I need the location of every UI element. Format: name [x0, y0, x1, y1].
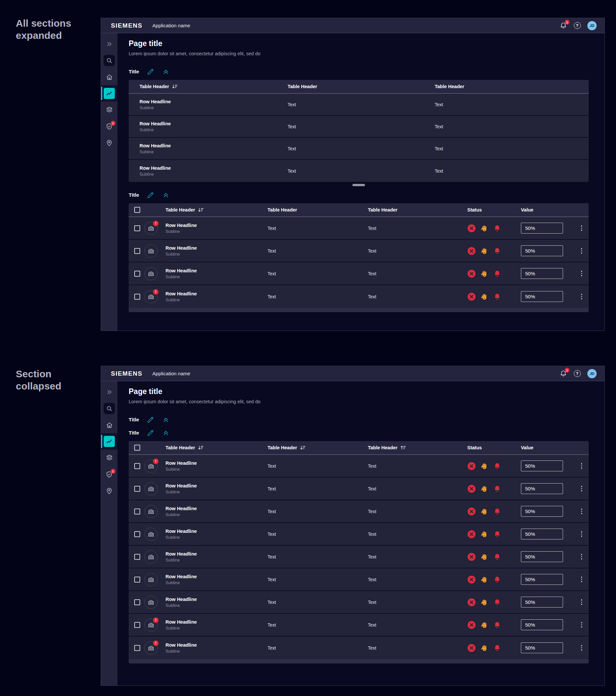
kebab-menu-button[interactable]	[580, 507, 584, 516]
sidebar-expand-button[interactable]	[101, 384, 118, 400]
table-row[interactable]: ! Row Headline Subline Text Text	[129, 614, 589, 636]
help-button[interactable]: ?	[573, 21, 582, 30]
value-column-header[interactable]: Value	[521, 445, 574, 450]
sidebar-item-layers[interactable]	[101, 101, 118, 118]
kebab-menu-button[interactable]	[580, 224, 584, 232]
collapse-section-button[interactable]	[162, 429, 169, 437]
select-all-checkbox[interactable]	[134, 445, 140, 450]
kebab-menu-button[interactable]	[580, 621, 584, 629]
value-column-header[interactable]: Value	[521, 207, 574, 212]
table-row[interactable]: Row Headline Subline Text Text	[129, 568, 589, 591]
table-header-cell[interactable]: Table Header	[267, 207, 368, 212]
table-header-cell[interactable]: Table Header	[166, 207, 267, 212]
kebab-menu-button[interactable]	[580, 247, 584, 255]
row-checkbox[interactable]	[134, 622, 140, 628]
table-row[interactable]: ! Row Headline Subline Text Text	[129, 455, 589, 478]
table-row[interactable]: ! Row Headline Subline Text Text	[129, 636, 589, 659]
sidebar-item-layers[interactable]	[101, 449, 118, 466]
user-avatar-button[interactable]: JD	[587, 21, 597, 30]
table-header-cell[interactable]: Table Header	[435, 84, 589, 89]
kebab-menu-button[interactable]	[580, 485, 584, 493]
table-row[interactable]: Row Headline Subline Text Text	[129, 116, 589, 138]
help-button[interactable]: ?	[573, 369, 582, 378]
value-input[interactable]	[521, 551, 563, 562]
kebab-menu-button[interactable]	[580, 292, 584, 301]
notification-bell-button[interactable]: 1	[559, 21, 568, 30]
value-input[interactable]	[521, 246, 563, 256]
kebab-menu-button[interactable]	[580, 553, 584, 561]
value-input[interactable]	[521, 619, 563, 630]
value-input[interactable]	[521, 506, 563, 517]
value-input[interactable]	[521, 597, 563, 607]
table-row[interactable]: Row Headline Subline Text Text	[129, 478, 589, 500]
table-header-cell[interactable]: Table Header	[288, 84, 435, 89]
value-input[interactable]	[521, 291, 563, 302]
value-input[interactable]	[521, 574, 563, 585]
edit-section-button[interactable]	[147, 68, 154, 75]
sidebar-item-security[interactable]: 1	[101, 118, 118, 135]
sidebar-item-search[interactable]	[101, 400, 118, 417]
sidebar-item-locations[interactable]	[101, 483, 118, 499]
row-checkbox[interactable]	[134, 271, 140, 276]
sidebar-item-security[interactable]: 1	[101, 466, 118, 483]
table-row[interactable]: Row Headline Subline Text Text	[129, 240, 589, 263]
table-header-cell[interactable]: Table Header	[368, 207, 467, 212]
kebab-menu-button[interactable]	[580, 575, 584, 584]
row-checkbox[interactable]	[134, 554, 140, 560]
kebab-menu-button[interactable]	[580, 269, 584, 278]
edit-section-button[interactable]	[147, 416, 154, 423]
edit-section-button[interactable]	[147, 191, 154, 199]
value-input[interactable]	[521, 460, 563, 471]
table-header-cell[interactable]: Table Header	[129, 84, 288, 89]
table-row[interactable]: ! Row Headline Subline Text Text	[129, 217, 589, 240]
collapse-section-button[interactable]	[162, 416, 169, 423]
table-row[interactable]: Row Headline Subline Text Text	[129, 138, 589, 160]
row-checkbox[interactable]	[134, 294, 140, 300]
sidebar-item-dashboard[interactable]	[101, 433, 118, 449]
row-checkbox[interactable]	[134, 599, 140, 605]
kebab-menu-button[interactable]	[580, 644, 584, 652]
user-avatar-button[interactable]: JD	[587, 369, 597, 378]
kebab-menu-button[interactable]	[580, 530, 584, 538]
sidebar-expand-button[interactable]	[101, 36, 118, 52]
table-row[interactable]: Row Headline Subline Text Text	[129, 523, 589, 546]
status-column-header[interactable]: Status	[467, 207, 521, 212]
table-horizontal-scrollbar[interactable]	[129, 308, 589, 312]
value-input[interactable]	[521, 528, 563, 539]
row-checkbox[interactable]	[134, 225, 140, 231]
row-checkbox[interactable]	[134, 486, 140, 492]
table-row[interactable]: Row Headline Subline Text Text	[129, 94, 589, 116]
table-row[interactable]: Row Headline Subline Text Text	[129, 500, 589, 523]
row-checkbox[interactable]	[134, 508, 140, 515]
table-header-cell[interactable]: Table Header	[267, 445, 368, 450]
drag-handle[interactable]	[352, 184, 365, 186]
row-checkbox[interactable]	[134, 531, 140, 537]
value-input[interactable]	[521, 223, 563, 234]
value-input[interactable]	[521, 483, 563, 494]
value-input[interactable]	[521, 268, 563, 279]
row-checkbox[interactable]	[134, 645, 140, 651]
select-all-checkbox[interactable]	[134, 207, 140, 213]
table-row[interactable]: ! Row Headline Subline Text Text	[129, 285, 589, 308]
status-column-header[interactable]: Status	[467, 445, 521, 450]
edit-section-button[interactable]	[147, 429, 154, 437]
table-horizontal-scrollbar[interactable]	[129, 659, 589, 663]
kebab-menu-button[interactable]	[580, 598, 584, 606]
kebab-menu-button[interactable]	[580, 462, 584, 470]
sidebar-item-dashboard[interactable]	[101, 85, 118, 101]
table-header-cell[interactable]: Table Header	[368, 445, 467, 450]
collapse-section-button[interactable]	[162, 68, 169, 75]
sidebar-item-search[interactable]	[101, 52, 118, 69]
sidebar-item-home[interactable]	[101, 69, 118, 85]
table-row[interactable]: Row Headline Subline Text Text	[129, 160, 589, 182]
row-checkbox[interactable]	[134, 576, 140, 583]
table-row[interactable]: Row Headline Subline Text Text	[129, 546, 589, 568]
row-checkbox[interactable]	[134, 248, 140, 254]
collapse-section-button[interactable]	[162, 191, 169, 199]
row-checkbox[interactable]	[134, 463, 140, 469]
table-row[interactable]: Row Headline Subline Text Text	[129, 263, 589, 285]
value-input[interactable]	[521, 643, 563, 653]
sidebar-item-home[interactable]	[101, 417, 118, 433]
table-row[interactable]: Row Headline Subline Text Text	[129, 591, 589, 614]
notification-bell-button[interactable]: 1	[559, 369, 568, 378]
